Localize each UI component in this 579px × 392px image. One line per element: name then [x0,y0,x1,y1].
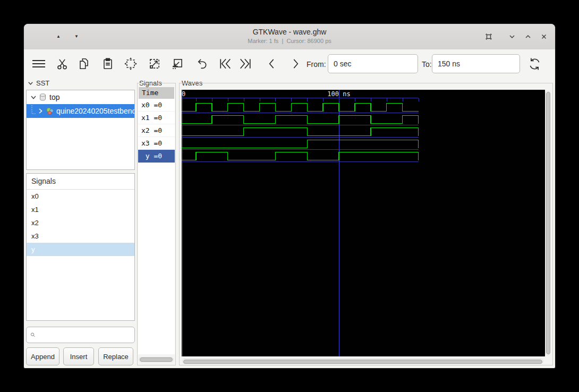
zoom-out-icon [171,57,184,71]
sst-tree-panel: top quine20240205testbench [26,90,135,170]
keep-above-button[interactable] [482,30,496,43]
tree-branch-line [29,105,36,117]
skip-forward-icon [238,56,253,71]
maximize-button[interactable] [521,30,535,43]
window-title: GTKWave - wave.ghw [24,28,555,36]
sst-label: SST [36,79,49,87]
signal-value-row-x3[interactable]: x3 =0 [138,137,175,150]
sst-expander[interactable]: SST [27,79,49,87]
skip-backward-icon [218,56,233,71]
keep-above-icon [484,32,493,41]
signals-column-header[interactable]: Signals [27,174,134,190]
database-icon [39,93,47,101]
signal-list-item-x3[interactable]: x3 [27,229,134,243]
close-icon [540,32,548,41]
go-previous-button[interactable] [263,55,281,73]
titlebar[interactable]: ▲ ▼ GTKWave - wave.ghw Marker: 1 fs | Cu… [24,24,555,50]
from-label: From: [306,60,326,69]
chevron-right-icon[interactable] [37,107,44,115]
signal-list-item-x1[interactable]: x1 [27,203,134,216]
signal-list-item-x2[interactable]: x2 [27,216,134,229]
chevron-up-icon [524,32,532,41]
component-icon [46,107,54,115]
tree-item-top[interactable]: top [27,90,134,104]
waves-hscrollbar-thumb[interactable] [183,360,542,364]
cut-button[interactable] [53,55,71,73]
chevron-down-icon[interactable] [30,93,37,101]
signals-values-frame: Time x0 =0 x1 =0 x2 =0 x3 =0 y =0 [137,83,176,365]
from-input[interactable] [328,54,418,73]
menu-icon [31,57,47,71]
minimize-button[interactable] [505,30,519,43]
signal-search-input[interactable] [39,330,134,339]
go-next-button[interactable] [286,55,304,73]
paste-button[interactable] [99,55,117,73]
signal-value-row-x0[interactable]: x0 =0 [138,99,175,112]
chevron-left-icon [265,57,279,71]
waves-frame: 0100 ns [179,83,553,365]
zoom-in-icon [148,57,161,71]
window-subtitle: Marker: 1 fs | Cursor: 86900 ps [24,38,555,44]
close-button[interactable] [537,30,551,43]
zoom-fit-icon [124,57,138,71]
names-hscrollbar-thumb[interactable] [140,357,173,362]
to-input[interactable] [432,54,520,73]
chevron-right-icon [288,57,302,71]
undo-icon [195,57,209,71]
signal-list-item-x0[interactable]: x0 [27,190,134,203]
tree-item-testbench[interactable]: quine20240205testbench [27,104,134,118]
signal-search-field[interactable] [26,327,135,343]
chevron-down-icon [27,80,34,87]
signal-value-row-x1[interactable]: x1 =0 [138,112,175,124]
zoom-out-button[interactable] [168,55,186,73]
reload-button[interactable] [525,55,543,73]
menu-button[interactable] [30,55,48,73]
tree-item-label: top [49,93,59,101]
go-first-button[interactable] [216,55,234,73]
zoom-in-button[interactable] [146,55,164,73]
insert-button[interactable]: Insert [63,347,94,365]
reload-icon [527,57,542,71]
to-label: To: [422,60,432,69]
waves-hscrollbar-track[interactable] [182,359,543,364]
wave-canvas[interactable]: 0100 ns [182,90,545,356]
svg-text:100 ns: 100 ns [327,90,350,98]
gtkwave-window: ▲ ▼ GTKWave - wave.ghw Marker: 1 fs | Cu… [24,24,555,368]
signals-values-panel: Time x0 =0 x1 =0 x2 =0 x3 =0 y =0 [138,87,175,354]
replace-button[interactable]: Replace [98,347,133,365]
signal-value-row-y[interactable]: y =0 [138,150,175,163]
waves-vscrollbar-track[interactable] [545,91,550,355]
search-icon [30,331,36,339]
chevron-down-icon [508,32,516,41]
copy-icon [77,57,91,71]
names-hscrollbar-track[interactable] [139,357,174,362]
append-button[interactable]: Append [26,347,59,365]
undo-button[interactable] [193,55,211,73]
signal-list-item-y[interactable]: y [27,243,134,256]
clipboard-icon [101,57,115,71]
zoom-fit-button[interactable] [122,55,140,73]
waveform-plot: 0100 ns [182,90,545,356]
waves-vscrollbar-thumb[interactable] [546,92,550,354]
signal-search-panel: Signals x0 x1 x2 x3 y [26,173,135,321]
desktop-background: ▲ ▼ GTKWave - wave.ghw Marker: 1 fs | Cu… [0,0,579,392]
time-header[interactable]: Time [139,87,174,99]
scissors-icon [55,57,69,71]
svg-text:0: 0 [182,90,185,98]
go-last-button[interactable] [236,55,254,73]
tree-item-label: quine20240205testbench [56,107,134,115]
copy-button[interactable] [75,55,93,73]
signal-value-row-x2[interactable]: x2 =0 [138,124,175,137]
